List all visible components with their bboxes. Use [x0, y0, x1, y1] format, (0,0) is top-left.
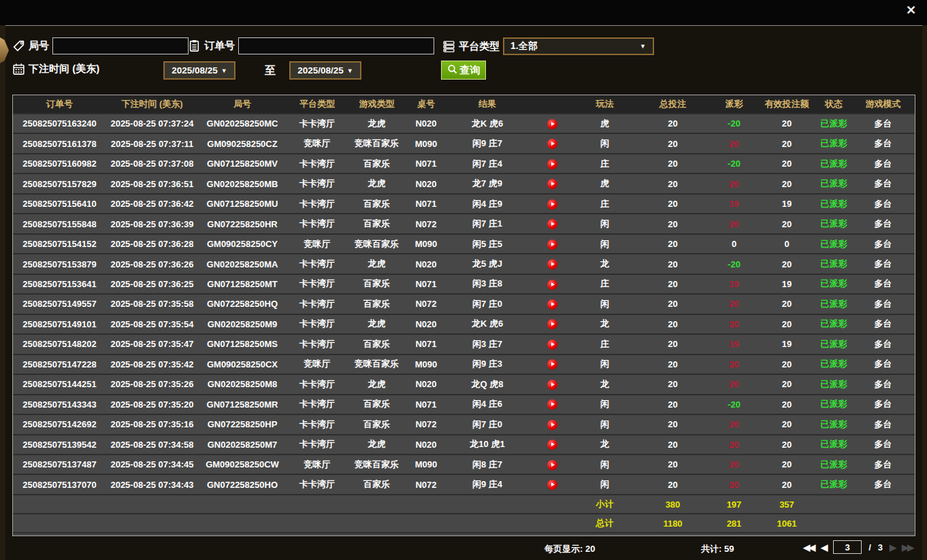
table-row: 250825075153879 2025-08-25 07:36:26 GN02…	[13, 254, 915, 274]
subtotal-label: 小计	[576, 495, 634, 514]
table-header-row: 订单号下注时间 (美东)局号平台类型游戏类型桌号结果玩法总投注派彩有效投注额状态…	[13, 95, 915, 114]
cell-game-type: 龙虎	[348, 435, 406, 455]
cell-bet-time: 2025-08-25 07:35:20	[106, 395, 198, 414]
cell-valid-bet: 20	[756, 455, 817, 474]
calendar-icon	[12, 63, 25, 76]
cell-bet-time: 2025-08-25 07:36:28	[106, 234, 198, 254]
search-button[interactable]: 查询	[441, 61, 486, 80]
cell-total-bet: 20	[634, 174, 712, 193]
column-header-mode: 游戏模式	[850, 95, 915, 114]
replay-play-icon[interactable]	[547, 240, 557, 250]
replay-play-icon[interactable]	[547, 380, 557, 390]
column-header-game_type: 游戏类型	[348, 95, 406, 114]
chevron-down-icon: ▼	[347, 67, 353, 74]
cell-payout: -20	[712, 114, 756, 133]
cell-platform: 卡卡湾厅	[287, 414, 348, 434]
cell-status: 已派彩	[817, 214, 850, 233]
cell-valid-bet: 20	[756, 355, 817, 374]
replay-play-icon[interactable]	[547, 139, 557, 149]
first-page-icon[interactable]: ◀◀	[803, 543, 814, 552]
replay-play-icon[interactable]	[547, 460, 557, 470]
cell-valid-bet: 20	[756, 395, 817, 414]
replay-play-icon[interactable]	[547, 199, 557, 210]
previous-page-icon[interactable]: ◀	[821, 543, 826, 552]
cell-play-type: 闲	[576, 214, 634, 233]
column-header-play: 玩法	[576, 95, 634, 114]
cell-status: 已派彩	[817, 455, 850, 474]
cell-game-type: 龙虎	[348, 174, 406, 193]
date-to-dropdown[interactable]: 2025/08/25 ▼	[289, 61, 361, 80]
cell-result: 龙K 虎6	[446, 114, 528, 133]
cell-play-type: 庄	[576, 194, 634, 214]
bet-records-panel: 局号 订单号 平台类型 1.全部 ▼ 下注时间 (美东) 2025/08/25 …	[5, 25, 922, 560]
replay-play-icon[interactable]	[547, 259, 557, 269]
column-header-status: 状态	[817, 95, 850, 114]
replay-play-icon[interactable]	[547, 399, 557, 410]
cell-valid-bet: 19	[756, 194, 817, 214]
cell-result: 龙K 虎6	[446, 314, 528, 334]
cell-platform: 卡卡湾厅	[287, 374, 348, 394]
table-body: 250825075163240 2025-08-25 07:37:24 GN02…	[13, 114, 915, 495]
replay-play-icon[interactable]	[547, 340, 557, 350]
cell-valid-bet: 20	[756, 214, 817, 233]
cell-status: 已派彩	[817, 174, 850, 193]
last-page-icon: ▶▶	[902, 543, 913, 552]
replay-play-icon[interactable]	[547, 159, 557, 169]
replay-play-icon[interactable]	[547, 179, 557, 189]
subtotal-valid-bet: 357	[756, 495, 817, 514]
platform-type-label: 平台类型	[459, 40, 500, 53]
cell-play-type: 庄	[576, 334, 634, 354]
cell-order-no: 250825075144251	[13, 374, 106, 394]
cell-replay	[528, 174, 576, 193]
column-header-result: 结果	[446, 95, 528, 114]
cell-payout: 0	[712, 234, 756, 254]
page-number-input[interactable]	[833, 540, 862, 554]
cell-payout: 20	[712, 435, 756, 455]
cell-game-type: 百家乐	[348, 214, 406, 233]
close-icon[interactable]: ✕	[906, 4, 916, 16]
table-row: 250825075163240 2025-08-25 07:37:24 GN02…	[13, 114, 915, 133]
table-row: 250825075148202 2025-08-25 07:35:47 GN07…	[13, 334, 915, 354]
cell-bet-time: 2025-08-25 07:35:47	[106, 334, 198, 354]
cell-play-type: 龙	[576, 254, 634, 274]
cell-bet-time: 2025-08-25 07:34:45	[106, 455, 198, 474]
cell-game-mode: 多台	[850, 455, 915, 474]
cell-total-bet: 20	[634, 254, 712, 274]
cell-order-no: 250825075157829	[13, 174, 106, 193]
cell-payout: 20	[712, 374, 756, 394]
cell-game-no: GN071258250MU	[198, 194, 287, 214]
cell-game-mode: 多台	[850, 274, 915, 294]
cell-bet-time: 2025-08-25 07:35:42	[106, 355, 198, 374]
cell-game-no: GN020258250M9	[198, 314, 287, 334]
game-no-input[interactable]	[52, 37, 189, 54]
date-from-dropdown[interactable]: 2025/08/25 ▼	[163, 61, 235, 80]
table-row: 250825075144251 2025-08-25 07:35:26 GN02…	[13, 374, 915, 394]
cell-bet-time: 2025-08-25 07:35:26	[106, 374, 198, 394]
cell-play-type: 虎	[576, 114, 634, 133]
order-no-input[interactable]	[238, 37, 434, 54]
replay-play-icon[interactable]	[547, 219, 557, 229]
cell-status: 已派彩	[817, 274, 850, 294]
replay-play-icon[interactable]	[547, 280, 557, 290]
replay-play-icon[interactable]	[547, 319, 557, 329]
cell-order-no: 250825075153879	[13, 254, 106, 274]
replay-play-icon[interactable]	[547, 359, 557, 369]
platform-type-select[interactable]: 1.全部 ▼	[503, 37, 654, 55]
replay-play-icon[interactable]	[547, 480, 557, 490]
replay-play-icon[interactable]	[547, 119, 557, 129]
cell-result: 闲3 庄7	[446, 334, 528, 354]
cell-status: 已派彩	[817, 395, 850, 414]
cell-game-no: GN072258250HQ	[198, 294, 287, 314]
cell-table-no: N020	[406, 435, 446, 455]
cell-payout: 20	[712, 474, 756, 495]
replay-play-icon[interactable]	[547, 299, 557, 310]
replay-play-icon[interactable]	[547, 420, 557, 430]
chevron-down-icon: ▼	[640, 43, 646, 50]
total-pages: 3	[878, 542, 883, 553]
cell-platform: 竞咪厅	[287, 455, 348, 474]
replay-play-icon[interactable]	[547, 440, 557, 450]
cell-status: 已派彩	[817, 154, 850, 174]
cell-game-mode: 多台	[850, 414, 915, 434]
cell-status: 已派彩	[817, 374, 850, 394]
game-no-filter-group: 局号	[12, 37, 189, 54]
